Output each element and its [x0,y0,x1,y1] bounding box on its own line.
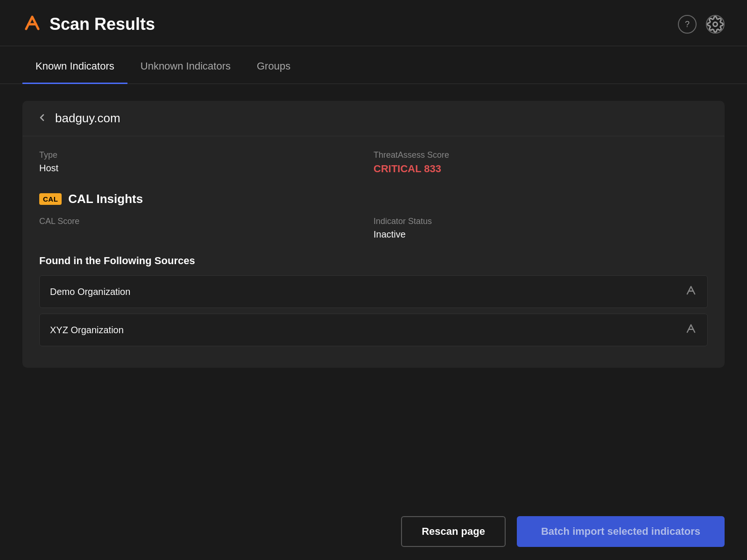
svg-point-0 [713,22,718,27]
main-content: badguy.com Type Host ThreatAssess Score … [0,84,747,503]
cal-score-label: CAL Score [39,217,374,226]
indicator-status-label: Indicator Status [374,217,708,226]
tab-unknown-indicators[interactable]: Unknown Indicators [127,50,244,84]
score-section: ThreatAssess Score CRITICAL 833 [374,150,708,175]
tabs-bar: Known Indicators Unknown Indicators Grou… [0,50,747,84]
sources-title: Found in the Following Sources [39,255,708,267]
page-title: Scan Results [49,14,155,34]
info-grid: Type Host ThreatAssess Score CRITICAL 83… [39,150,708,175]
cal-title: CAL Insights [68,192,143,206]
cal-info-grid: CAL Score Indicator Status Inactive [39,217,708,240]
source-link-icon-1 [685,322,697,337]
detail-card: badguy.com Type Host ThreatAssess Score … [22,101,725,368]
header-left: Scan Results [22,13,155,35]
header-controls: ? [678,15,725,34]
type-label: Type [39,150,374,160]
type-section: Type Host [39,150,374,175]
cal-score-section: CAL Score [39,217,374,240]
batch-import-button[interactable]: Batch import selected indicators [517,516,725,547]
sources-section: Found in the Following Sources Demo Orga… [39,255,708,346]
score-value: CRITICAL 833 [374,163,708,175]
app-logo-icon [22,13,42,35]
domain-label: badguy.com [55,111,120,126]
rescan-button[interactable]: Rescan page [401,516,506,547]
tab-groups[interactable]: Groups [244,50,303,84]
card-header: badguy.com [22,101,725,136]
help-button[interactable]: ? [678,15,697,34]
source-item-1[interactable]: XYZ Organization [39,314,708,346]
source-item-0[interactable]: Demo Organization [39,275,708,308]
cal-badge: CAL [39,193,62,205]
score-label: ThreatAssess Score [374,150,708,160]
source-link-icon-0 [685,284,697,299]
gear-icon [707,16,724,33]
tab-known-indicators[interactable]: Known Indicators [22,50,127,84]
help-icon: ? [685,20,690,29]
source-name-0: Demo Organization [50,287,130,297]
cal-heading: CAL CAL Insights [39,192,708,206]
card-body: Type Host ThreatAssess Score CRITICAL 83… [22,136,725,368]
footer: Rescan page Batch import selected indica… [0,503,747,560]
cal-section: CAL CAL Insights CAL Score Indicator Sta… [39,192,708,240]
indicator-status-value: Inactive [374,229,708,240]
settings-button[interactable] [706,15,725,34]
app-header: Scan Results ? [0,0,747,46]
source-name-1: XYZ Organization [50,325,124,336]
indicator-status-section: Indicator Status Inactive [374,217,708,240]
back-button[interactable] [36,112,48,125]
type-value: Host [39,163,374,174]
